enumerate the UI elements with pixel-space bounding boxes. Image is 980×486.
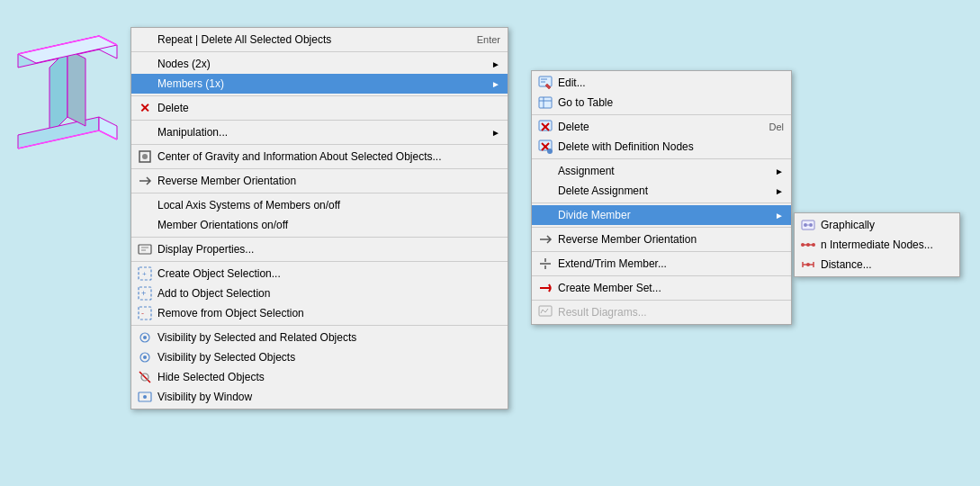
sec-sep6	[532, 275, 791, 276]
assignment-label: Assignment	[558, 165, 766, 177]
reverse-member-label: Reverse Member Orientation	[157, 175, 500, 187]
delete-nodes-icon	[537, 140, 553, 154]
members-item[interactable]: Members (1x) ►	[131, 74, 508, 94]
svg-rect-14	[139, 245, 151, 254]
svg-point-30	[143, 395, 147, 399]
sep6	[131, 193, 508, 194]
delete-nodes-label: Delete with Definition Nodes	[558, 140, 784, 153]
add-selection-item[interactable]: + Add to Object Selection	[131, 284, 508, 303]
reverse-member-item[interactable]: Reverse Member Orientation	[131, 171, 508, 191]
add-selection-icon: +	[137, 286, 153, 301]
svg-point-61	[812, 243, 815, 247]
assignment-icon	[537, 164, 553, 178]
distance-icon	[800, 257, 816, 272]
svg-text:-: -	[141, 309, 144, 318]
edit-label: Edit...	[558, 76, 784, 89]
sep8	[131, 261, 508, 262]
graphically-item[interactable]: Graphically	[795, 215, 959, 235]
sec-reverse-member-label: Reverse Member Orientation	[558, 233, 784, 246]
hide-selected-label: Hide Selected Objects	[157, 371, 500, 383]
divide-member-item[interactable]: Divide Member ►	[532, 205, 791, 225]
remove-selection-item[interactable]: - Remove from Object Selection	[131, 303, 508, 323]
display-props-icon	[137, 242, 153, 256]
distance-label: Distance...	[821, 258, 952, 271]
visibility-selected-label: Visibility by Selected Objects	[157, 351, 500, 364]
visibility-related-label: Visibility by Selected and Related Objec…	[157, 331, 500, 344]
visibility-related-item[interactable]: Visibility by Selected and Related Objec…	[131, 328, 508, 347]
extend-trim-item[interactable]: Extend/Trim Member...	[532, 254, 791, 274]
display-props-label: Display Properties...	[157, 243, 500, 256]
visibility-window-label: Visibility by Window	[157, 391, 500, 403]
hide-selected-icon	[137, 370, 153, 384]
remove-selection-label: Remove from Object Selection	[157, 307, 500, 320]
local-axis-item[interactable]: Local Axis Systems of Members on/off	[131, 195, 508, 215]
divide-member-arrow: ►	[766, 211, 784, 220]
visibility-window-item[interactable]: Visibility by Window	[131, 387, 508, 407]
center-gravity-item[interactable]: Center of Gravity and Information About …	[131, 147, 508, 166]
goto-table-icon	[537, 95, 553, 110]
manipulation-item[interactable]: Manipulation... ►	[131, 122, 508, 142]
sep5	[131, 168, 508, 169]
delete-item[interactable]: ✕ Delete	[131, 98, 508, 118]
create-selection-item[interactable]: + Create Object Selection...	[131, 264, 508, 284]
svg-line-53	[545, 309, 548, 312]
nodes-icon	[137, 57, 153, 71]
svg-line-51	[541, 310, 543, 313]
add-selection-label: Add to Object Selection	[157, 287, 500, 300]
member-orientations-icon	[137, 218, 153, 232]
hide-selected-item[interactable]: Hide Selected Objects	[131, 367, 508, 387]
visibility-selected-item[interactable]: Visibility by Selected Objects	[131, 347, 508, 367]
edit-icon	[537, 76, 553, 90]
extend-trim-label: Extend/Trim Member...	[558, 257, 784, 270]
nodes-arrow: ►	[482, 59, 500, 69]
n-intermediate-item[interactable]: n Intermediate Nodes...	[795, 235, 959, 255]
goto-table-label: Go to Table	[558, 96, 784, 109]
n-intermediate-label: n Intermediate Nodes...	[821, 238, 952, 251]
repeat-delete-shortcut: Enter	[459, 34, 500, 45]
member-orientations-item[interactable]: Member Orientations on/off	[131, 215, 508, 235]
svg-rect-37	[539, 121, 552, 130]
create-selection-icon: +	[137, 266, 153, 281]
manipulation-arrow: ►	[482, 128, 500, 138]
svg-point-56	[809, 223, 813, 227]
members-icon	[137, 76, 153, 91]
graphically-label: Graphically	[821, 219, 952, 231]
sec-reverse-member-icon	[537, 232, 553, 247]
distance-item[interactable]: Distance...	[795, 255, 959, 274]
manipulation-label: Manipulation...	[157, 126, 482, 139]
goto-table-item[interactable]: Go to Table	[532, 93, 791, 112]
sec-sep7	[532, 300, 791, 301]
result-diagrams-item[interactable]: Result Diagrams...	[532, 302, 791, 322]
visibility-related-icon	[137, 330, 153, 345]
members-label: Members (1x)	[157, 77, 482, 90]
nodes-item[interactable]: Nodes (2x) ►	[131, 54, 508, 74]
sec-reverse-member-item[interactable]: Reverse Member Orientation	[532, 230, 791, 249]
edit-item[interactable]: Edit...	[532, 73, 791, 93]
primary-context-menu: Repeat | Delete All Selected Objects Ent…	[130, 27, 508, 410]
divide-member-label: Divide Member	[558, 209, 766, 221]
create-member-set-item[interactable]: Create Member Set...	[532, 278, 791, 298]
secondary-context-menu: Edit... Go to Table Delete Del	[531, 70, 792, 325]
delete-assignment-item[interactable]: Delete Assignment ►	[532, 181, 791, 201]
assignment-arrow: ►	[766, 166, 784, 176]
svg-point-24	[143, 336, 147, 339]
sep7	[131, 237, 508, 238]
tertiary-context-menu: Graphically n Intermediate Nodes... Dist…	[794, 212, 960, 277]
local-axis-icon	[137, 198, 153, 212]
display-props-item[interactable]: Display Properties...	[131, 239, 508, 259]
sec-delete-icon	[537, 120, 553, 134]
result-diagrams-label: Result Diagrams...	[558, 306, 784, 319]
sec-delete-label: Delete	[558, 121, 751, 133]
assignment-item[interactable]: Assignment ►	[532, 161, 791, 181]
svg-point-43	[547, 148, 553, 154]
sec-delete-shortcut: Del	[751, 122, 784, 132]
repeat-delete-item[interactable]: Repeat | Delete All Selected Objects Ent…	[131, 30, 508, 50]
sep2	[131, 95, 508, 96]
delete-nodes-item[interactable]: Delete with Definition Nodes	[532, 137, 791, 157]
sec-delete-item[interactable]: Delete Del	[532, 117, 791, 137]
svg-point-59	[801, 243, 805, 247]
sec-sep2	[532, 158, 791, 159]
create-member-set-label: Create Member Set...	[558, 282, 784, 294]
3d-shape	[0, 0, 126, 180]
delete-icon: ✕	[137, 101, 153, 115]
